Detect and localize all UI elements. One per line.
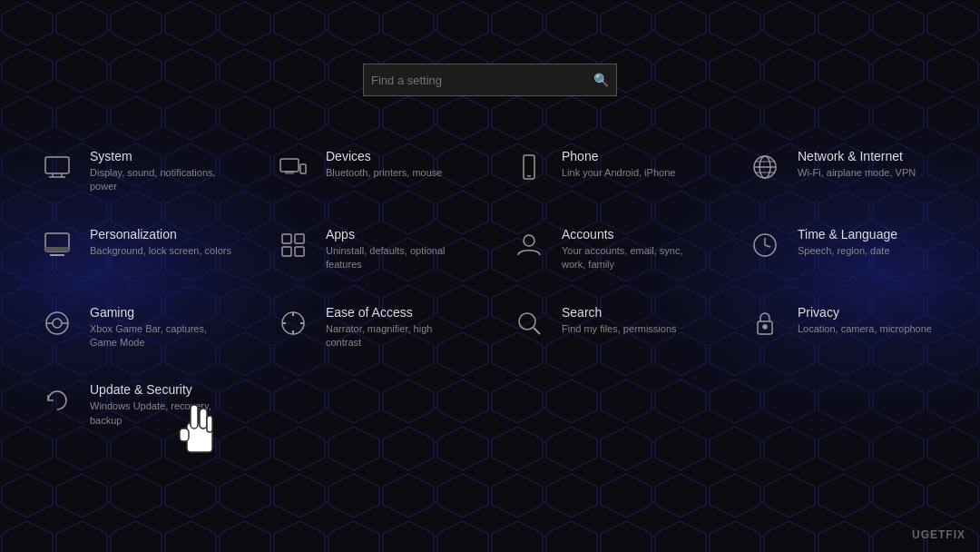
setting-desc-ease: Narrator, magnifier, high contrast [326,322,469,350]
setting-text-update: Update & Security Windows Update, recove… [90,382,233,428]
svg-rect-10 [286,172,293,173]
personalization-icon [39,227,75,263]
search-icon: 🔍 [586,73,616,87]
setting-item-privacy[interactable]: Privacy Location, camera, microphone [740,298,948,358]
setting-desc-update: Windows Update, recovery, backup [90,399,233,428]
svg-point-30 [53,319,62,328]
update-icon [39,382,75,419]
setting-text-privacy: Privacy Location, camera, microphone [798,305,932,336]
setting-item-apps[interactable]: Apps Uninstall, defaults, optional featu… [268,220,476,280]
setting-desc-gaming: Xbox Game Bar, captures, Game Mode [90,322,233,350]
setting-title-accounts: Accounts [562,227,705,242]
setting-desc-accounts: Your accounts, email, sync, work, family [562,244,705,272]
watermark: UGETFIX [912,528,965,541]
svg-point-25 [524,235,534,246]
setting-item-update[interactable]: Update & Security Windows Update, recove… [32,375,240,435]
setting-title-system: System [90,149,233,163]
gaming-icon [39,305,75,341]
setting-text-network: Network & Internet Wi-Fi, airplane mode,… [798,149,916,180]
setting-item-accounts[interactable]: Accounts Your accounts, email, sync, wor… [504,220,712,280]
setting-item-network[interactable]: Network & Internet Wi-Fi, airplane mode,… [740,142,948,202]
svg-rect-8 [280,159,299,172]
setting-item-gaming[interactable]: Gaming Xbox Game Bar, captures, Game Mod… [32,298,240,358]
setting-title-search: Search [562,305,677,320]
phone-icon [511,149,547,185]
search-input[interactable] [364,74,586,87]
setting-text-personalization: Personalization Background, lock screen,… [90,227,231,258]
setting-title-gaming: Gaming [90,305,233,320]
setting-text-time: Time & Language Speech, region, date [798,227,897,258]
search-bar[interactable]: 🔍 [363,64,617,96]
system-icon [39,149,75,185]
svg-line-39 [534,328,540,334]
svg-point-41 [763,325,767,329]
svg-rect-9 [300,164,306,173]
setting-desc-network: Wi-Fi, airplane mode, VPN [798,166,916,180]
setting-item-search[interactable]: Search Find my files, permissions [504,298,712,358]
setting-title-network: Network & Internet [798,149,916,163]
svg-line-28 [765,245,770,247]
setting-item-system[interactable]: System Display, sound, notifications, po… [32,142,240,202]
svg-rect-19 [45,247,69,251]
setting-title-phone: Phone [562,149,675,163]
setting-title-time: Time & Language [798,227,897,242]
settings-grid: System Display, sound, notifications, po… [0,142,980,435]
devices-icon [275,149,311,185]
svg-rect-21 [282,234,291,243]
svg-rect-11 [524,155,534,179]
main-content: 🔍 System Display, sound, notifications, … [0,0,980,552]
setting-desc-privacy: Location, camera, microphone [798,322,932,336]
setting-text-phone: Phone Link your Android, iPhone [562,149,675,180]
svg-rect-23 [282,247,291,256]
apps-icon [275,227,311,263]
setting-desc-apps: Uninstall, defaults, optional features [326,244,469,272]
setting-desc-search: Find my files, permissions [562,322,677,336]
setting-desc-personalization: Background, lock screen, colors [90,244,231,258]
setting-desc-devices: Bluetooth, printers, mouse [326,166,442,180]
svg-rect-22 [295,234,304,243]
setting-item-personalization[interactable]: Personalization Background, lock screen,… [32,220,240,280]
setting-title-ease: Ease of Access [326,305,469,320]
setting-title-privacy: Privacy [798,305,932,320]
setting-text-accounts: Accounts Your accounts, email, sync, wor… [562,227,705,272]
setting-desc-system: Display, sound, notifications, power [90,166,233,194]
svg-point-38 [519,313,535,330]
setting-text-apps: Apps Uninstall, defaults, optional featu… [326,227,469,272]
setting-desc-time: Speech, region, date [798,244,897,258]
setting-item-ease[interactable]: Ease of Access Narrator, magnifier, high… [268,298,476,358]
network-icon [747,149,783,185]
setting-title-update: Update & Security [90,382,233,397]
accounts-icon [511,227,547,263]
setting-item-time[interactable]: Time & Language Speech, region, date [740,220,948,280]
svg-rect-24 [295,247,304,256]
time-icon [747,227,783,263]
setting-item-phone[interactable]: Phone Link your Android, iPhone [504,142,712,202]
setting-text-search: Search Find my files, permissions [562,305,677,336]
search-icon [511,305,547,341]
setting-item-devices[interactable]: Devices Bluetooth, printers, mouse [268,142,476,202]
setting-text-ease: Ease of Access Narrator, magnifier, high… [326,305,469,350]
setting-desc-phone: Link your Android, iPhone [562,166,675,180]
svg-rect-4 [45,157,69,173]
setting-title-apps: Apps [326,227,469,242]
ease-icon [275,305,311,341]
setting-text-gaming: Gaming Xbox Game Bar, captures, Game Mod… [90,305,233,350]
setting-text-system: System Display, sound, notifications, po… [90,149,233,194]
setting-title-devices: Devices [326,149,442,163]
setting-text-devices: Devices Bluetooth, printers, mouse [326,149,442,180]
setting-title-personalization: Personalization [90,227,231,242]
privacy-icon [747,305,783,341]
